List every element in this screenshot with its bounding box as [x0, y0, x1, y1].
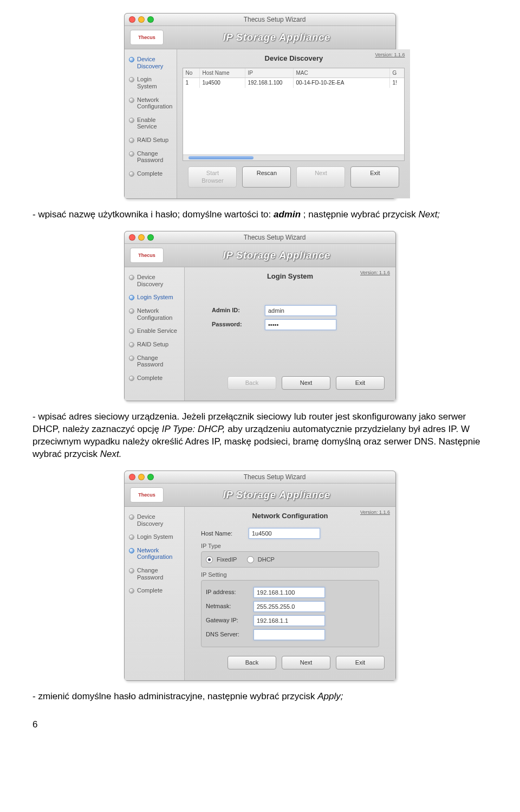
- bullet-icon: [129, 138, 134, 143]
- next-button[interactable]: Next: [282, 656, 330, 669]
- header-bar: Thecus IP Storage Appliance: [125, 26, 395, 49]
- exit-button[interactable]: Exit: [350, 166, 399, 188]
- sidebar-item-change-password[interactable]: Change Password: [125, 148, 177, 168]
- sidebar-item-login-system[interactable]: Login System: [125, 74, 177, 94]
- bullet-icon: [129, 295, 134, 300]
- radio-dhcp[interactable]: [247, 556, 254, 563]
- close-icon[interactable]: [129, 16, 135, 23]
- sidebar-item-label: Enable Service: [137, 117, 172, 130]
- dns-input[interactable]: [253, 629, 325, 640]
- close-icon[interactable]: [129, 474, 135, 480]
- window-title: Thecus Setup Wizard: [158, 233, 391, 242]
- bullet-icon: [129, 568, 134, 573]
- scrollbar-thumb[interactable]: [188, 156, 253, 159]
- bullet-icon: [129, 118, 134, 123]
- netmask-input[interactable]: 255.255.255.0: [253, 601, 325, 612]
- close-icon[interactable]: [129, 234, 135, 241]
- wizard-window-login: Thecus Setup Wizard Thecus IP Storage Ap…: [124, 231, 396, 401]
- appliance-title: IP Storage Appliance: [164, 488, 390, 501]
- bullet-icon: [129, 151, 134, 157]
- sidebar-item-device-discovery[interactable]: Device Discovery: [125, 272, 184, 292]
- ipaddr-input[interactable]: 192.168.1.100: [253, 587, 325, 598]
- password-label: Password:: [212, 320, 261, 328]
- wizard-window-discovery: Thecus Setup Wizard Thecus IP Storage Ap…: [124, 13, 396, 199]
- main-pane: Version: 1.1.6 Network Configuration Hos…: [185, 507, 395, 680]
- minimize-icon[interactable]: [138, 234, 145, 241]
- sidebar-item-label: Complete: [137, 587, 162, 594]
- header-bar: Thecus IP Storage Appliance: [125, 484, 395, 507]
- sidebar-item-label: Change Password: [137, 355, 180, 368]
- sidebar-item-change-password[interactable]: Change Password: [125, 565, 184, 585]
- iptype-label: IP Type: [201, 542, 379, 550]
- horizontal-scrollbar[interactable]: [183, 154, 404, 160]
- sidebar-item-label: Network Configuration: [137, 547, 180, 560]
- minimize-icon[interactable]: [138, 16, 145, 23]
- version-label: Version: 1.1.6: [360, 269, 390, 276]
- dns-label: DNS Server:: [206, 630, 249, 639]
- bullet-icon: [129, 328, 134, 334]
- sidebar-item-change-password[interactable]: Change Password: [125, 352, 184, 372]
- sidebar-item-login-system[interactable]: Login System: [125, 531, 184, 545]
- sidebar-item-raid-setup[interactable]: RAID Setup: [125, 339, 184, 352]
- back-button[interactable]: Back: [227, 376, 276, 390]
- radio-fixedip-label: FixedIP: [217, 556, 237, 563]
- traffic-lights: [129, 16, 154, 23]
- sidebar-item-complete[interactable]: Complete: [125, 372, 184, 386]
- sidebar: Device Discovery Login System Network Co…: [125, 507, 185, 680]
- sidebar-item-device-discovery[interactable]: Device Discovery: [125, 54, 177, 74]
- bullet-icon: [129, 342, 134, 347]
- admin-id-input[interactable]: admin: [265, 305, 336, 316]
- start-browser-button[interactable]: Start Browser: [188, 166, 237, 188]
- text-next: Next.: [100, 449, 122, 459]
- password-input[interactable]: •••••: [265, 319, 336, 330]
- sidebar-item-device-discovery[interactable]: Device Discovery: [125, 511, 184, 531]
- sidebar-item-network-config[interactable]: Network Configuration: [125, 305, 184, 325]
- col-no: No: [183, 68, 200, 78]
- sidebar-item-network-config[interactable]: Network Configuration: [125, 545, 184, 565]
- bullet-icon: [129, 308, 134, 314]
- version-label: Version: 1.1.6: [360, 509, 390, 515]
- gateway-input[interactable]: 192.168.1.1: [253, 615, 325, 626]
- sidebar-item-enable-service[interactable]: Enable Service: [125, 325, 184, 339]
- radio-dhcp-label: DHCP: [258, 556, 275, 563]
- main-pane: Version: 1.1.6 Login System Admin ID: ad…: [185, 267, 395, 401]
- sidebar-item-complete[interactable]: Complete: [125, 585, 184, 598]
- minimize-icon[interactable]: [138, 474, 145, 480]
- instruction-1: - wpisać nazwę użytkownika i hasło; domy…: [32, 209, 487, 221]
- sidebar-item-login-system[interactable]: Login System: [125, 292, 184, 305]
- appliance-title: IP Storage Appliance: [164, 31, 390, 44]
- device-table: No Host Name IP MAC G 1 1u4500 192.168.1…: [183, 68, 405, 161]
- rescan-button[interactable]: Rescan: [242, 166, 291, 188]
- sidebar-item-complete[interactable]: Complete: [125, 168, 177, 182]
- col-ip: IP: [245, 68, 294, 78]
- radio-fixedip[interactable]: [206, 556, 213, 563]
- window-title: Thecus Setup Wizard: [158, 473, 391, 481]
- col-g: G: [390, 68, 404, 78]
- next-button[interactable]: Next: [282, 376, 330, 390]
- cell-no: 1: [183, 78, 200, 88]
- zoom-icon[interactable]: [147, 474, 154, 480]
- zoom-icon[interactable]: [147, 16, 154, 23]
- page-number: 6: [32, 719, 487, 731]
- sidebar-item-network-config[interactable]: Network Configuration: [125, 94, 177, 114]
- logo: Thecus: [130, 487, 164, 502]
- text-iptype: IP Type: DHCP,: [162, 424, 225, 434]
- sidebar: Device Discovery Login System Network Co…: [125, 49, 177, 198]
- text-admin: admin: [274, 209, 301, 220]
- instruction-3: - zmienić domyślne hasło administracyjne…: [32, 691, 487, 703]
- gateway-label: Gateway IP:: [206, 616, 249, 624]
- exit-button[interactable]: Exit: [336, 656, 385, 669]
- exit-button[interactable]: Exit: [336, 376, 385, 390]
- bullet-icon: [129, 98, 134, 103]
- hostname-input[interactable]: 1u4500: [249, 528, 320, 539]
- table-row[interactable]: 1 1u4500 192.168.1.100 00-14-FD-10-2E-EA…: [183, 78, 404, 88]
- sidebar-item-label: Login System: [137, 533, 173, 540]
- table-header: No Host Name IP MAC G: [183, 68, 404, 79]
- sidebar-item-raid-setup[interactable]: RAID Setup: [125, 134, 177, 148]
- next-button[interactable]: Next: [296, 166, 345, 188]
- sidebar-item-label: Login System: [137, 294, 173, 301]
- zoom-icon[interactable]: [147, 234, 154, 241]
- back-button[interactable]: Back: [227, 656, 276, 669]
- sidebar-item-label: Device Discovery: [137, 274, 180, 287]
- sidebar-item-enable-service[interactable]: Enable Service: [125, 114, 177, 134]
